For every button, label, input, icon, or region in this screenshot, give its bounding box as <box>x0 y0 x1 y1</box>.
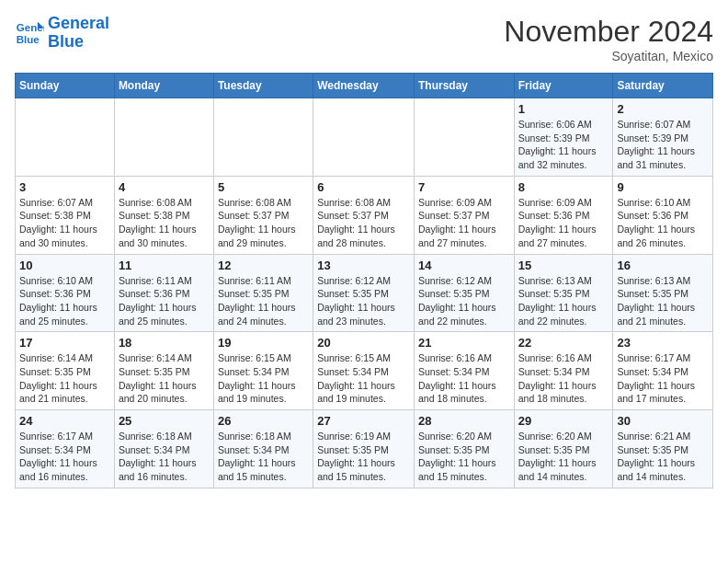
day-info: Sunrise: 6:12 AM Sunset: 5:35 PM Dayligh… <box>418 274 510 328</box>
weekday-header-tuesday: Tuesday <box>213 74 313 98</box>
day-number: 29 <box>518 414 609 428</box>
day-info: Sunrise: 6:21 AM Sunset: 5:35 PM Dayligh… <box>617 430 709 484</box>
day-info: Sunrise: 6:13 AM Sunset: 5:35 PM Dayligh… <box>617 274 709 328</box>
day-number: 25 <box>119 414 210 428</box>
day-info: Sunrise: 6:09 AM Sunset: 5:36 PM Dayligh… <box>518 196 609 250</box>
day-number: 17 <box>19 336 110 350</box>
day-info: Sunrise: 6:11 AM Sunset: 5:36 PM Dayligh… <box>119 274 210 328</box>
day-info: Sunrise: 6:10 AM Sunset: 5:36 PM Dayligh… <box>19 274 110 328</box>
weekday-header-friday: Friday <box>514 74 613 98</box>
day-info: Sunrise: 6:06 AM Sunset: 5:39 PM Dayligh… <box>518 118 609 172</box>
day-info: Sunrise: 6:19 AM Sunset: 5:35 PM Dayligh… <box>317 430 410 484</box>
calendar-cell: 18Sunrise: 6:14 AM Sunset: 5:35 PM Dayli… <box>114 332 213 410</box>
calendar-cell: 10Sunrise: 6:10 AM Sunset: 5:36 PM Dayli… <box>16 254 115 332</box>
calendar-cell: 7Sunrise: 6:09 AM Sunset: 5:37 PM Daylig… <box>414 176 514 254</box>
svg-text:Blue: Blue <box>17 33 40 44</box>
day-number: 16 <box>617 259 709 272</box>
day-info: Sunrise: 6:18 AM Sunset: 5:34 PM Dayligh… <box>119 430 210 484</box>
day-info: Sunrise: 6:08 AM Sunset: 5:38 PM Dayligh… <box>119 196 210 250</box>
day-info: Sunrise: 6:12 AM Sunset: 5:35 PM Dayligh… <box>317 274 410 328</box>
calendar-cell: 14Sunrise: 6:12 AM Sunset: 5:35 PM Dayli… <box>414 254 514 332</box>
location: Soyatitan, Mexico <box>504 49 713 63</box>
day-number: 19 <box>218 336 309 350</box>
day-info: Sunrise: 6:15 AM Sunset: 5:34 PM Dayligh… <box>317 351 410 406</box>
day-info: Sunrise: 6:17 AM Sunset: 5:34 PM Dayligh… <box>617 351 709 406</box>
weekday-header-wednesday: Wednesday <box>313 74 415 98</box>
weekday-header-saturday: Saturday <box>613 74 713 98</box>
day-number: 1 <box>518 102 609 116</box>
day-number: 5 <box>218 180 309 194</box>
day-number: 6 <box>317 180 410 194</box>
day-number: 30 <box>617 414 709 428</box>
calendar-table: SundayMondayTuesdayWednesdayThursdayFrid… <box>15 73 713 488</box>
calendar-cell: 21Sunrise: 6:16 AM Sunset: 5:34 PM Dayli… <box>414 332 514 410</box>
calendar-cell: 17Sunrise: 6:14 AM Sunset: 5:35 PM Dayli… <box>16 332 115 410</box>
calendar-cell: 22Sunrise: 6:16 AM Sunset: 5:34 PM Dayli… <box>514 332 613 410</box>
calendar-cell: 25Sunrise: 6:18 AM Sunset: 5:34 PM Dayli… <box>114 410 213 488</box>
calendar-cell: 16Sunrise: 6:13 AM Sunset: 5:35 PM Dayli… <box>613 254 713 332</box>
month-title: November 2024 <box>504 15 713 49</box>
calendar-cell: 12Sunrise: 6:11 AM Sunset: 5:35 PM Dayli… <box>213 254 313 332</box>
calendar-cell: 1Sunrise: 6:06 AM Sunset: 5:39 PM Daylig… <box>514 98 613 177</box>
day-info: Sunrise: 6:08 AM Sunset: 5:37 PM Dayligh… <box>218 196 309 250</box>
day-number: 23 <box>617 336 709 350</box>
calendar-cell: 3Sunrise: 6:07 AM Sunset: 5:38 PM Daylig… <box>16 176 115 254</box>
day-number: 8 <box>518 180 609 194</box>
calendar-cell: 6Sunrise: 6:08 AM Sunset: 5:37 PM Daylig… <box>313 176 415 254</box>
weekday-header-row: SundayMondayTuesdayWednesdayThursdayFrid… <box>16 74 713 98</box>
weekday-header-monday: Monday <box>114 74 213 98</box>
weekday-header-thursday: Thursday <box>414 74 514 98</box>
calendar-cell: 4Sunrise: 6:08 AM Sunset: 5:38 PM Daylig… <box>114 176 213 254</box>
calendar-cell: 28Sunrise: 6:20 AM Sunset: 5:35 PM Dayli… <box>414 410 514 488</box>
week-row-1: 3Sunrise: 6:07 AM Sunset: 5:38 PM Daylig… <box>16 176 713 254</box>
day-number: 4 <box>119 180 210 194</box>
day-number: 22 <box>518 336 609 350</box>
calendar-cell: 30Sunrise: 6:21 AM Sunset: 5:35 PM Dayli… <box>613 410 713 488</box>
calendar-cell: 26Sunrise: 6:18 AM Sunset: 5:34 PM Dayli… <box>213 410 313 488</box>
day-info: Sunrise: 6:20 AM Sunset: 5:35 PM Dayligh… <box>418 430 510 484</box>
day-number: 24 <box>19 414 110 428</box>
day-number: 10 <box>19 259 110 272</box>
day-info: Sunrise: 6:18 AM Sunset: 5:34 PM Dayligh… <box>218 430 309 484</box>
calendar-header: SundayMondayTuesdayWednesdayThursdayFrid… <box>16 74 713 98</box>
weekday-header-sunday: Sunday <box>16 74 115 98</box>
week-row-3: 17Sunrise: 6:14 AM Sunset: 5:35 PM Dayli… <box>16 332 713 410</box>
day-info: Sunrise: 6:09 AM Sunset: 5:37 PM Dayligh… <box>418 196 510 250</box>
calendar-cell: 24Sunrise: 6:17 AM Sunset: 5:34 PM Dayli… <box>16 410 115 488</box>
calendar-cell: 8Sunrise: 6:09 AM Sunset: 5:36 PM Daylig… <box>514 176 613 254</box>
week-row-0: 1Sunrise: 6:06 AM Sunset: 5:39 PM Daylig… <box>16 98 713 177</box>
calendar-cell: 27Sunrise: 6:19 AM Sunset: 5:35 PM Dayli… <box>313 410 415 488</box>
day-number: 12 <box>218 259 309 272</box>
calendar-cell <box>16 98 115 177</box>
logo-icon: General Blue <box>15 18 44 48</box>
day-info: Sunrise: 6:13 AM Sunset: 5:35 PM Dayligh… <box>518 274 609 328</box>
calendar-cell <box>213 98 313 177</box>
day-number: 2 <box>617 102 709 116</box>
day-info: Sunrise: 6:16 AM Sunset: 5:34 PM Dayligh… <box>518 351 609 406</box>
day-number: 27 <box>317 414 410 428</box>
day-number: 14 <box>418 259 510 272</box>
calendar-cell <box>313 98 415 177</box>
day-info: Sunrise: 6:15 AM Sunset: 5:34 PM Dayligh… <box>218 351 309 406</box>
calendar-cell: 15Sunrise: 6:13 AM Sunset: 5:35 PM Dayli… <box>514 254 613 332</box>
day-number: 7 <box>418 180 510 194</box>
day-number: 3 <box>19 180 110 194</box>
day-info: Sunrise: 6:11 AM Sunset: 5:35 PM Dayligh… <box>218 274 309 328</box>
week-row-4: 24Sunrise: 6:17 AM Sunset: 5:34 PM Dayli… <box>16 410 713 488</box>
logo-line1: General <box>48 14 109 32</box>
day-info: Sunrise: 6:16 AM Sunset: 5:34 PM Dayligh… <box>418 351 510 406</box>
day-number: 28 <box>418 414 510 428</box>
calendar-cell <box>414 98 514 177</box>
day-info: Sunrise: 6:17 AM Sunset: 5:34 PM Dayligh… <box>19 430 110 484</box>
page-header: General Blue General Blue November 2024 … <box>15 15 713 63</box>
day-number: 11 <box>119 259 210 272</box>
calendar-body: 1Sunrise: 6:06 AM Sunset: 5:39 PM Daylig… <box>16 98 713 488</box>
day-info: Sunrise: 6:07 AM Sunset: 5:38 PM Dayligh… <box>19 196 110 250</box>
day-info: Sunrise: 6:20 AM Sunset: 5:35 PM Dayligh… <box>518 430 609 484</box>
calendar-cell: 20Sunrise: 6:15 AM Sunset: 5:34 PM Dayli… <box>313 332 415 410</box>
day-number: 15 <box>518 259 609 272</box>
calendar-cell: 11Sunrise: 6:11 AM Sunset: 5:36 PM Dayli… <box>114 254 213 332</box>
day-info: Sunrise: 6:08 AM Sunset: 5:37 PM Dayligh… <box>317 196 410 250</box>
day-number: 9 <box>617 180 709 194</box>
day-info: Sunrise: 6:14 AM Sunset: 5:35 PM Dayligh… <box>119 351 210 406</box>
